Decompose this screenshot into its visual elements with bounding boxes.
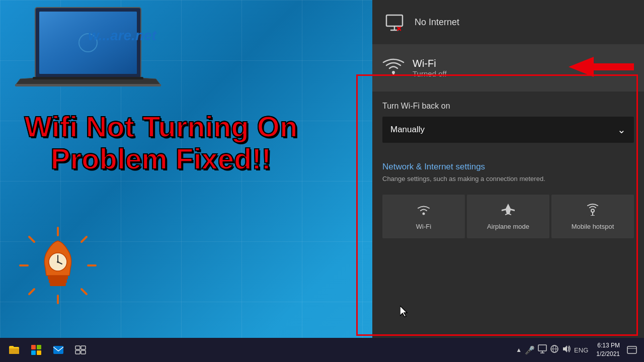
svg-rect-4 (33, 77, 143, 79)
language-label: ENG (574, 346, 588, 354)
chevron-down-icon: ⌄ (617, 124, 626, 136)
svg-line-13 (29, 289, 34, 294)
svg-rect-42 (538, 345, 546, 351)
website-url: w...are.net (88, 28, 156, 44)
svg-rect-16 (50, 283, 66, 286)
wifi-status: Turned off (413, 69, 447, 78)
volume-icon[interactable] (562, 344, 571, 355)
quick-tiles: Wi-Fi Airplane mode (372, 191, 644, 238)
svg-rect-33 (31, 345, 36, 349)
network-settings-section: Network & Internet settings Change setti… (372, 148, 644, 191)
airplane-tile-label: Airplane mode (487, 223, 529, 230)
taskbar-left (4, 340, 516, 360)
svg-rect-3 (15, 84, 161, 86)
globe-icon[interactable] (550, 344, 559, 355)
task-view-icon[interactable] (70, 340, 91, 360)
turn-wifi-section: Turn Wi-Fi back on Manually ⌄ (372, 92, 644, 148)
svg-rect-39 (81, 346, 86, 349)
desktop: w...are.net Wifi Not Turning On Problem … (0, 0, 644, 362)
svg-line-10 (29, 237, 34, 242)
system-tray-icons: ▲ 🎤 (516, 344, 588, 355)
svg-rect-35 (31, 350, 36, 355)
wifi-name: Wi-Fi (413, 58, 447, 69)
svg-point-20 (57, 261, 59, 263)
red-arrow-icon (569, 54, 634, 81)
airplane-tile[interactable]: Airplane mode (467, 195, 549, 238)
svg-rect-49 (627, 346, 636, 353)
notification-icon[interactable] (624, 340, 640, 360)
network-panel: No Internet Wi-Fi Turned off (372, 0, 644, 338)
microphone-icon: 🎤 (525, 345, 535, 355)
svg-rect-34 (37, 345, 41, 349)
wifi-off-icon (382, 56, 405, 79)
no-internet-text: No Internet (415, 17, 459, 28)
svg-marker-27 (569, 57, 634, 77)
display-icon (538, 344, 547, 355)
monitor-network-icon (382, 10, 407, 34)
no-internet-section: No Internet (372, 0, 644, 44)
lightbulb-icon (15, 223, 101, 310)
taskbar-right: ▲ 🎤 (516, 340, 640, 360)
wifi-tile[interactable]: Wi-Fi (382, 195, 465, 238)
taskbar: ▲ 🎤 (0, 338, 644, 362)
hotspot-tile[interactable]: Mobile hotspot (551, 195, 634, 238)
hotspot-tile-label: Mobile hotspot (572, 223, 614, 230)
network-settings-title[interactable]: Network & Internet settings (382, 162, 634, 172)
file-explorer-icon[interactable] (4, 340, 24, 360)
main-title: Wifi Not Turning On Problem Fixed!! (5, 111, 317, 175)
clock-time: 6:13 PM (596, 341, 620, 350)
mail-icon[interactable] (48, 340, 68, 360)
svg-line-11 (82, 289, 87, 294)
svg-point-26 (392, 71, 395, 74)
wifi-info: Wi-Fi Turned off (413, 58, 447, 78)
svg-marker-48 (563, 345, 567, 352)
network-settings-desc: Change settings, such as making a connec… (382, 175, 634, 183)
tray-chevron-icon[interactable]: ▲ (516, 346, 522, 353)
manually-dropdown[interactable]: Manually ⌄ (382, 117, 634, 143)
airplane-icon (501, 203, 516, 219)
clock-date: 1/2/2021 (596, 350, 620, 358)
svg-rect-36 (37, 350, 41, 355)
wifi-status-section: Wi-Fi Turned off (372, 44, 644, 92)
svg-rect-14 (48, 276, 68, 280)
svg-line-12 (82, 237, 87, 242)
wifi-tile-icon (416, 203, 431, 219)
laptop-image (5, 3, 176, 90)
svg-rect-21 (386, 15, 403, 26)
svg-rect-37 (53, 346, 63, 354)
hotspot-icon (585, 203, 600, 219)
svg-rect-15 (49, 280, 67, 283)
taskbar-clock[interactable]: 6:13 PM 1/2/2021 (596, 341, 620, 358)
svg-rect-40 (75, 350, 80, 354)
dropdown-value: Manually (390, 125, 425, 135)
store-icon[interactable] (26, 340, 46, 360)
svg-point-28 (423, 213, 425, 215)
wifi-tile-label: Wi-Fi (416, 223, 431, 230)
svg-rect-41 (81, 350, 86, 354)
left-overlay: w...are.net Wifi Not Turning On Problem … (0, 0, 342, 338)
svg-point-29 (591, 209, 594, 212)
svg-rect-32 (9, 348, 19, 354)
turn-wifi-label: Turn Wi-Fi back on (382, 102, 634, 111)
svg-rect-38 (75, 346, 80, 349)
